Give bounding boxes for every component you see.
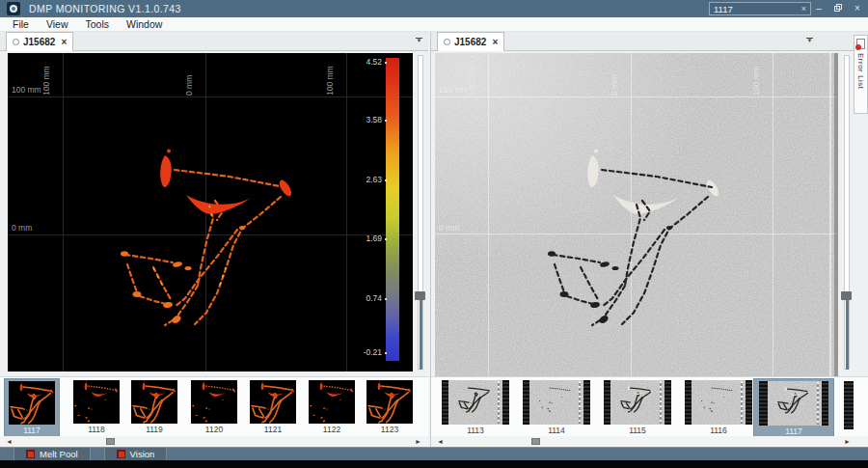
layer-slider-thumb[interactable] bbox=[415, 291, 425, 300]
tab-j15682-meltpool[interactable]: J15682 × bbox=[6, 32, 73, 51]
menu-tools[interactable]: Tools bbox=[77, 17, 119, 31]
thumbnail-1122[interactable]: 1122 bbox=[307, 380, 357, 434]
colorbar bbox=[386, 58, 399, 361]
menu-file[interactable]: File bbox=[4, 17, 38, 31]
vision-viewer[interactable]: 100 mm 0 mm 100 mm 100 mm 0 mm 50 mm bbox=[435, 53, 838, 376]
thumbnail-1119[interactable]: 1119 bbox=[129, 380, 179, 434]
thumbnail-1113[interactable]: 1113 bbox=[439, 380, 512, 435]
colorbar-tick: 3.58 bbox=[347, 115, 382, 124]
thumbnail-partial[interactable] bbox=[844, 381, 854, 429]
tab-close-icon[interactable]: × bbox=[61, 38, 67, 47]
scroll-right-icon[interactable]: ► bbox=[415, 436, 421, 447]
scroll-left-icon[interactable]: ◄ bbox=[6, 436, 13, 447]
layer-slider[interactable] bbox=[415, 55, 426, 370]
document-state-icon bbox=[13, 39, 19, 45]
axis-label-x-neg100: 100 mm bbox=[41, 66, 51, 96]
app-window: DMP MONITORING V1.1.0.743 × – × File Vie… bbox=[0, 0, 868, 468]
colorbar-tick: -0.21 bbox=[347, 347, 382, 357]
error-list-tab[interactable]: Error List bbox=[854, 35, 868, 114]
colorbar-tick: 0.74 bbox=[347, 293, 382, 303]
thumbnail-1117[interactable]: 1117 bbox=[4, 378, 60, 437]
axis-label-x-100: 100 mm bbox=[325, 66, 335, 96]
thumbnail-1114[interactable]: 1114 bbox=[520, 380, 593, 435]
tab-j15682-vision[interactable]: J15682 × bbox=[437, 32, 504, 51]
axis-label-y-100: 100 mm bbox=[12, 85, 41, 95]
auto-hide-pin-icon[interactable]: ▼ bbox=[805, 37, 814, 45]
thumbnail-1117[interactable]: 1117 bbox=[753, 378, 834, 438]
thumbnail-1121[interactable]: 1121 bbox=[248, 380, 298, 434]
menu-bar: File View Tools Window bbox=[0, 17, 868, 32]
vision-scrollbar[interactable]: ◄ ► bbox=[431, 436, 868, 447]
title-bar: DMP MONITORING V1.1.0.743 × – × bbox=[0, 0, 868, 17]
app-title: DMP MONITORING V1.1.0.743 bbox=[29, 0, 181, 17]
vision-panel: J15682 × ▼ Error List bbox=[430, 32, 868, 447]
layer-slider[interactable] bbox=[841, 55, 853, 370]
scroll-left-icon[interactable]: ◄ bbox=[437, 436, 444, 447]
thumbnail-1115[interactable]: 1115 bbox=[601, 380, 674, 435]
axis-label-x-0: 0 mm bbox=[610, 75, 619, 96]
vision-tabstrip: J15682 × ▼ bbox=[431, 32, 868, 51]
restore-button[interactable] bbox=[829, 0, 847, 17]
scrollbar-thumb[interactable] bbox=[106, 438, 115, 445]
colorbar-tick: 1.69 bbox=[347, 234, 382, 243]
vision-thumbnail-strip: 1113 1114 1115 bbox=[431, 376, 868, 436]
error-list-icon bbox=[856, 39, 865, 49]
melt-pool-tabstrip: J15682 × ▼ bbox=[0, 32, 428, 51]
melt-pool-panel: J15682 × ▼ 100 mm 0 mm 100 mm 100 mm 0 m… bbox=[0, 32, 428, 447]
search-clear-icon[interactable]: × bbox=[798, 4, 810, 14]
axis-label-y-0: 0 mm bbox=[439, 223, 459, 233]
axis-label-y-100: 100 mm bbox=[439, 85, 469, 95]
status-tab-vision[interactable]: Vision bbox=[104, 448, 168, 460]
bottom-strip bbox=[0, 460, 868, 468]
scrollbar-thumb[interactable] bbox=[531, 438, 540, 445]
tab-close-icon[interactable]: × bbox=[492, 38, 498, 47]
menu-window[interactable]: Window bbox=[118, 17, 171, 31]
colorbar-tick: 4.52 bbox=[347, 57, 382, 67]
scroll-right-icon[interactable]: ► bbox=[844, 436, 851, 447]
menu-view[interactable]: View bbox=[38, 17, 77, 31]
thumbnail-1123[interactable]: 1123 bbox=[365, 380, 415, 434]
frame-search-input[interactable] bbox=[710, 4, 798, 14]
thumbnail-1118[interactable]: 1118 bbox=[71, 380, 122, 434]
melt-pool-icon bbox=[26, 450, 35, 458]
document-state-icon bbox=[444, 39, 450, 45]
colorbar-tick: 2.63 bbox=[347, 175, 382, 184]
thumbnail-1120[interactable]: 1120 bbox=[189, 380, 239, 434]
close-button[interactable]: × bbox=[849, 0, 866, 17]
auto-hide-pin-icon[interactable]: ▼ bbox=[415, 37, 423, 45]
status-bar: Melt Pool Vision bbox=[0, 447, 868, 460]
app-logo-icon bbox=[7, 2, 20, 15]
axis-label-x-0: 0 mm bbox=[184, 75, 194, 96]
minimize-button[interactable]: – bbox=[810, 0, 827, 17]
melt-pool-thumbnail-strip: 1117 1118 1119 bbox=[0, 376, 428, 436]
axis-label-y-0: 0 mm bbox=[12, 223, 32, 233]
axis-label-x-100: 100 mm bbox=[751, 66, 761, 96]
status-tab-melt-pool[interactable]: Melt Pool bbox=[14, 448, 91, 460]
layer-slider-thumb[interactable] bbox=[841, 291, 852, 300]
melt-pool-scrollbar[interactable]: ◄ ► bbox=[0, 436, 428, 447]
frame-search-box[interactable]: × bbox=[709, 2, 811, 15]
thumbnail-1116[interactable]: 1116 bbox=[682, 380, 755, 435]
melt-pool-viewer[interactable]: 100 mm 0 mm 100 mm 100 mm 0 mm 4.52 3.58… bbox=[8, 53, 413, 372]
vision-icon bbox=[117, 450, 125, 458]
